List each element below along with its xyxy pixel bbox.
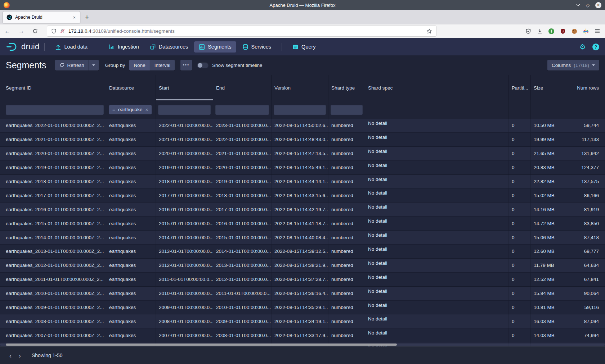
table-row[interactable]: earthquakes_2022-01-01T00:00:00.000Z_2..… [0, 119, 605, 133]
druid-brand[interactable]: druid [6, 42, 39, 52]
help-icon[interactable]: ? [592, 44, 599, 50]
cell-size: 10.50 MB [531, 119, 574, 132]
pocket-shield-icon[interactable] [525, 28, 531, 34]
datasource-filter-chip[interactable]: =earthquake× [109, 105, 152, 114]
table-row[interactable]: earthquakes_2021-01-01T00:00:00.000Z_2..… [0, 133, 605, 147]
cell-shard-spec: No detail [365, 245, 509, 258]
more-options-button[interactable]: ••• [180, 60, 192, 70]
filter-input-end[interactable] [215, 105, 269, 115]
segment-timeline-label: Show segment timeline [212, 63, 263, 68]
cell-datasource: earthquakes [106, 287, 156, 300]
column-header-end[interactable]: End [213, 75, 272, 100]
table-row[interactable]: earthquakes_2016-01-01T00:00:00.000Z_2..… [0, 203, 605, 217]
browser-toolbar: ← → 172.18.0.4:30109/unified-console.htm… [0, 24, 605, 38]
group-by-option-none[interactable]: None [129, 60, 149, 70]
table-row[interactable]: earthquakes_2010-01-01T00:00:00.000Z_2..… [0, 287, 605, 301]
cell-version: 2022-08-15T14:38:21.9... [272, 259, 328, 272]
cell-datasource: earthquakes [106, 314, 156, 328]
nav-item-load-data[interactable]: Load data [50, 41, 92, 53]
cell-version: 2022-08-15T14:34:19.1... [272, 314, 328, 328]
column-header-num-rows[interactable]: Num rows [574, 75, 605, 100]
extension-green-icon[interactable] [548, 28, 554, 34]
filter-input-start[interactable] [158, 105, 211, 115]
column-header-start[interactable]: Start [156, 75, 213, 100]
nav-item-query[interactable]: Query [288, 41, 321, 53]
column-header-shard-type[interactable]: Shard type [328, 75, 365, 100]
nav-item-ingestion[interactable]: Ingestion [104, 41, 144, 53]
cell-version: 2022-08-15T14:42:19.7... [272, 203, 328, 216]
column-header-label: Shard spec [368, 85, 393, 91]
nav-item-services[interactable]: Services [238, 41, 276, 53]
next-page-icon[interactable]: › [15, 352, 24, 359]
table-row[interactable]: earthquakes_2014-01-01T00:00:00.000Z_2..… [0, 231, 605, 245]
group-by-option-interval[interactable]: Interval [150, 60, 175, 70]
column-header-segment-id[interactable]: Segment ID [0, 75, 106, 100]
url-bar[interactable]: 172.18.0.4:30109/unified-console.html#se… [47, 26, 436, 36]
table-row[interactable]: earthquakes_2013-01-01T00:00:00.000Z_2..… [0, 245, 605, 259]
remove-filter-icon[interactable]: × [145, 107, 148, 113]
cell-datasource: earthquakes [106, 188, 156, 202]
previous-page-icon[interactable]: ‹ [6, 352, 15, 359]
filter-input-version[interactable] [274, 105, 326, 115]
cell-shard-type: numbered [328, 133, 365, 146]
columns-label: Columns [552, 63, 571, 68]
table-row[interactable]: earthquakes_2015-01-01T00:00:00.000Z_2..… [0, 217, 605, 231]
nav-item-datasources[interactable]: Datasources [145, 41, 193, 53]
window-close-icon[interactable]: ✕ [595, 2, 601, 8]
extension-colorful-icon[interactable] [583, 28, 589, 34]
columns-button[interactable]: Columns (17/18) [547, 60, 599, 70]
back-icon[interactable]: ← [4, 28, 10, 35]
scrollbar-thumb[interactable] [6, 343, 397, 346]
settings-gear-icon[interactable]: ⚙ [579, 43, 586, 50]
more-icon: ••• [183, 63, 190, 68]
column-header-size[interactable]: Size [531, 75, 574, 100]
table-row[interactable]: earthquakes_2012-01-01T00:00:00.000Z_2..… [0, 259, 605, 273]
table-row[interactable]: earthquakes_2020-01-01T00:00:00.000Z_2..… [0, 147, 605, 161]
cell-start: 2014-01-01T00:00:00.0... [156, 231, 213, 244]
broken-lock-icon[interactable] [60, 28, 65, 34]
window-minimize-icon[interactable] [576, 4, 580, 6]
cookie-icon[interactable] [572, 28, 577, 34]
column-header-partition[interactable]: Partiti... [509, 75, 531, 100]
reload-icon[interactable] [32, 28, 38, 34]
nav-item-segments[interactable]: Segments [194, 41, 236, 53]
filter-chip-value: earthquake [118, 107, 143, 112]
filter-input-segment-id[interactable] [6, 105, 104, 115]
browser-tab[interactable]: Apache Druid × [3, 12, 80, 23]
cell-partition: 0 [509, 175, 531, 188]
cell-end: 2018-01-01T00:00:00.0... [213, 188, 272, 202]
column-header-datasource[interactable]: Datasource [106, 75, 156, 100]
window-maximize-icon[interactable]: ◇ [586, 3, 590, 8]
refresh-dropdown-button[interactable] [89, 60, 99, 70]
table-filter-row: =earthquake× [0, 100, 605, 119]
forward-icon[interactable]: → [18, 28, 24, 35]
cell-shard-spec: No detail [365, 287, 509, 300]
cell-num-rows: 131,942 [574, 147, 605, 160]
cell-segment-id: earthquakes_2011-01-01T00:00:00.000Z_2..… [0, 273, 106, 286]
new-tab-button[interactable]: + [85, 13, 89, 21]
cell-datasource: earthquakes [106, 217, 156, 230]
table-row[interactable]: earthquakes_2011-01-01T00:00:00.000Z_2..… [0, 273, 605, 287]
cell-shard-type: numbered [328, 314, 365, 328]
table-row[interactable]: earthquakes_2019-01-01T00:00:00.000Z_2..… [0, 161, 605, 175]
ublock-shield-icon[interactable] [560, 28, 566, 34]
segment-timeline-toggle[interactable] [197, 62, 209, 68]
bookmark-star-icon[interactable] [426, 28, 432, 34]
menu-hamburger-icon[interactable] [595, 29, 600, 33]
cell-segment-id: earthquakes_2008-01-01T00:00:00.000Z_2..… [0, 314, 106, 328]
table-row[interactable]: earthquakes_2009-01-01T00:00:00.000Z_2..… [0, 301, 605, 315]
table-row[interactable]: earthquakes_2017-01-01T00:00:00.000Z_2..… [0, 188, 605, 203]
url-text[interactable]: 172.18.0.4:30109/unified-console.html#se… [68, 28, 175, 34]
table-row[interactable]: earthquakes_2018-01-01T00:00:00.000Z_2..… [0, 175, 605, 189]
tracking-shield-icon[interactable] [51, 28, 57, 34]
table-row[interactable]: earthquakes_2007-01-01T00:00:00.000Z_2..… [0, 328, 605, 342]
table-row[interactable]: earthquakes_2008-01-01T00:00:00.000Z_2..… [0, 314, 605, 328]
cell-shard-spec: No detail [365, 328, 509, 342]
filter-input-shard-type[interactable] [331, 105, 363, 115]
refresh-button[interactable]: Refresh [55, 60, 89, 70]
download-icon[interactable] [537, 28, 543, 34]
column-header-shard-spec[interactable]: Shard spec [365, 75, 509, 100]
horizontal-scrollbar[interactable] [0, 343, 605, 346]
tab-close-icon[interactable]: × [72, 15, 76, 20]
column-header-version[interactable]: Version [272, 75, 328, 100]
